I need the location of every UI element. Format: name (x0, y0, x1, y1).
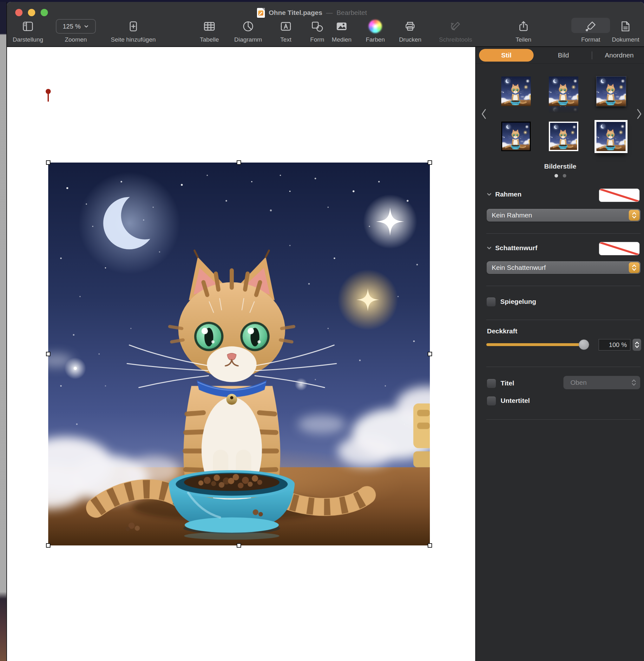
toolbar-table-button[interactable]: Tabelle (200, 18, 219, 43)
image-style-thumbnail-2[interactable] (549, 76, 578, 106)
image-style-thumbnail-4[interactable] (501, 122, 531, 151)
reflection-checkbox[interactable] (486, 297, 496, 307)
selection-handle-bottom-right[interactable] (428, 543, 432, 548)
toolbar: Ohne Titel.pages — Bearbeitet Darstellun… (7, 2, 644, 47)
image-style-thumbnail-6[interactable] (595, 120, 627, 153)
title-separator: — (326, 9, 333, 17)
title-checkbox[interactable] (487, 379, 496, 388)
toolbar-zoom-control[interactable]: 125 % Zoomen (56, 18, 96, 43)
pages-app-screenshot: Ohne Titel.pages — Bearbeitet Darstellun… (0, 0, 644, 661)
table-icon (200, 18, 219, 34)
close-window-button[interactable] (15, 9, 23, 16)
section-divider (486, 419, 641, 420)
up-down-chevrons-icon (631, 378, 637, 387)
gallery-page-dots (476, 174, 644, 177)
disclosure-chevron-icon (486, 192, 492, 197)
pie-chart-icon (234, 18, 262, 34)
toolbar-chart-button[interactable]: Diagramm (234, 18, 262, 43)
selection-handle-top-center[interactable] (237, 160, 241, 165)
chevron-right-icon (635, 108, 643, 120)
sidebar-panel-icon (13, 18, 43, 34)
minimize-window-button[interactable] (28, 9, 35, 16)
image-style-thumbnail-1[interactable] (501, 76, 531, 106)
background-window-edge (0, 2, 7, 661)
document-title: Ohne Titel.pages (269, 9, 322, 17)
section-divider (486, 286, 641, 286)
toolbar-print-button[interactable]: Drucken (399, 18, 422, 43)
shadow-none-swatch[interactable] (599, 242, 640, 255)
frame-dropdown[interactable]: Kein Rahmen (487, 209, 641, 222)
color-wheel-icon (366, 18, 385, 34)
document-canvas[interactable] (7, 47, 475, 661)
toolbar-document-button[interactable]: Dokument (612, 18, 640, 43)
toolbar-colors-button[interactable]: Farben (366, 18, 385, 43)
add-page-icon (111, 18, 156, 34)
gallery-next-button[interactable] (635, 108, 643, 120)
reflection-label: Spiegelung (500, 298, 536, 305)
opacity-slider-track[interactable] (486, 343, 589, 346)
zoom-level-value: 125 % (63, 23, 81, 30)
page-dot-inactive[interactable] (563, 174, 566, 177)
toolbar-add-page-button[interactable]: Seite hinzufügen (111, 18, 156, 43)
zoom-level-button[interactable]: 125 % (56, 19, 96, 34)
toolbar-shape-button[interactable]: Form (310, 18, 324, 43)
tab-bild[interactable]: Bild (541, 49, 585, 62)
section-divider (486, 233, 641, 234)
window-title: Ohne Titel.pages — Bearbeitet (257, 7, 367, 18)
toolbar-share-button[interactable]: Teilen (515, 18, 531, 43)
document-icon (612, 18, 640, 34)
photo-icon (332, 18, 351, 34)
pages-document-icon (257, 8, 265, 18)
tab-stil[interactable]: Stil (479, 49, 534, 62)
text-insertion-marker-stem (48, 93, 49, 102)
section-divider (486, 320, 641, 320)
edited-badge: Bearbeitet (337, 9, 367, 17)
shadow-dropdown[interactable]: Kein Schattenwurf (487, 261, 641, 274)
document-image-cat[interactable] (48, 162, 430, 546)
paintbrush-icon (584, 19, 598, 33)
opacity-slider-thumb[interactable] (579, 339, 589, 350)
up-down-chevrons-icon (631, 211, 637, 219)
selection-handle-top-right[interactable] (428, 160, 432, 165)
selection-handle-bottom-center[interactable] (237, 543, 241, 548)
inspector-tabs: Stil Bild Anordnen (476, 47, 644, 64)
frame-dropdown-stepper[interactable] (629, 210, 640, 221)
chevron-left-icon (480, 108, 488, 120)
image-style-thumbnail-5[interactable] (549, 122, 578, 151)
page-dot-active[interactable] (555, 174, 558, 177)
shapes-icon (310, 18, 324, 34)
image-style-thumbnail-2-reflection (549, 106, 578, 114)
gallery-previous-button[interactable] (480, 108, 488, 120)
printer-icon (399, 18, 422, 34)
title-label: Titel (501, 379, 514, 387)
frame-none-swatch[interactable] (599, 189, 640, 202)
image-style-thumbnail-3[interactable] (596, 76, 626, 106)
gallery-label: Bilderstile (476, 162, 644, 170)
toolbar-darstellung-button[interactable]: Darstellung (13, 18, 43, 43)
writing-tools-icon (439, 18, 473, 34)
opacity-value-field[interactable]: 100 % (599, 339, 630, 351)
share-icon (515, 18, 531, 34)
format-inspector: Stil Bild Anordnen (475, 47, 644, 661)
selection-handle-bottom-left[interactable] (46, 543, 50, 548)
subtitle-label: Untertitel (501, 397, 530, 404)
shadow-section-header[interactable]: Schattenwurf (486, 244, 537, 252)
subtitle-checkbox[interactable] (487, 396, 496, 406)
toolbar-format-button[interactable]: Format (581, 18, 600, 43)
tab-separator (592, 51, 592, 59)
section-divider (486, 367, 641, 367)
disclosure-chevron-icon (486, 245, 492, 251)
shadow-dropdown-stepper[interactable] (629, 262, 640, 273)
opacity-label: Deckkraft (487, 327, 518, 335)
toolbar-text-button[interactable]: Text (279, 18, 293, 43)
text-box-icon (279, 18, 293, 34)
frame-section-header[interactable]: Rahmen (486, 191, 522, 198)
selection-handle-middle-right[interactable] (428, 352, 432, 356)
toolbar-media-button[interactable]: Medien (332, 18, 351, 43)
tab-anordnen[interactable]: Anordnen (595, 49, 643, 62)
selection-handle-top-left[interactable] (46, 160, 50, 165)
opacity-stepper[interactable] (632, 339, 641, 351)
selection-handle-middle-left[interactable] (46, 352, 50, 356)
toolbar-writing-tools-button: Schreibtools (439, 18, 473, 43)
zoom-window-button[interactable] (41, 9, 48, 16)
